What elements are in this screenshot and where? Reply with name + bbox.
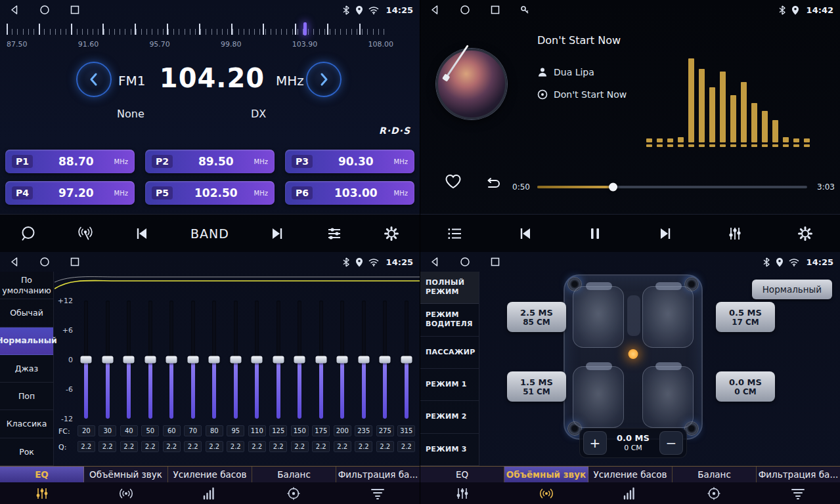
eq-sliders-icon[interactable]: [326, 225, 343, 242]
balance-tab-icon[interactable]: [252, 482, 336, 504]
eq-preset-normal[interactable]: Нормальный: [0, 327, 53, 355]
home-icon[interactable]: [460, 5, 470, 15]
tune-down-button[interactable]: [76, 62, 112, 97]
favorite-heart-icon[interactable]: [444, 173, 462, 193]
surround-tab-icon[interactable]: [504, 482, 588, 504]
delay-rear-right[interactable]: 0.0 MS 0 CM: [716, 371, 775, 402]
tab-eq[interactable]: EQ: [420, 467, 504, 482]
slider-handle[interactable]: [144, 356, 156, 364]
eq-band-slider[interactable]: [169, 301, 173, 419]
preset-button[interactable]: P1 88.70 MHz: [5, 150, 135, 173]
delay-front-right[interactable]: 0.5 MS 17 CM: [716, 302, 775, 332]
preset-button[interactable]: P4 97.20 MHz: [5, 181, 135, 205]
previous-track-icon[interactable]: [517, 225, 534, 242]
preset-button[interactable]: P2 89.50 MHz: [145, 150, 275, 173]
listener-position-dot[interactable]: [629, 349, 638, 359]
mode-2[interactable]: РЕЖИМ 2: [420, 401, 479, 433]
slider-handle[interactable]: [294, 356, 305, 364]
back-icon[interactable]: [430, 257, 440, 267]
slider-handle[interactable]: [315, 356, 326, 364]
preset-button[interactable]: P5 102.50 MHz: [145, 181, 275, 205]
broadcast-icon[interactable]: [77, 225, 94, 242]
eq-tab-icon[interactable]: [0, 482, 84, 504]
eq-preset-default[interactable]: По умолчанию: [0, 272, 53, 299]
mode-1[interactable]: РЕЖИМ 1: [420, 369, 479, 401]
preset-button[interactable]: P3 90.30 MHz: [285, 150, 414, 173]
home-icon[interactable]: [39, 257, 50, 267]
eq-preset-jazz[interactable]: Джаз: [0, 355, 53, 383]
slider-handle[interactable]: [102, 356, 113, 364]
eq-band-slider[interactable]: [298, 301, 301, 419]
mode-passenger[interactable]: ПАССАЖИР: [420, 337, 479, 369]
eq-band-slider[interactable]: [127, 301, 131, 419]
slider-handle[interactable]: [273, 356, 284, 364]
search-icon[interactable]: [20, 225, 37, 242]
filter-tab-icon[interactable]: [336, 482, 420, 504]
recents-icon[interactable]: [70, 5, 80, 15]
surround-preset-button[interactable]: Нормальный: [752, 280, 832, 299]
recents-icon[interactable]: [70, 257, 80, 267]
slider-handle[interactable]: [401, 356, 412, 364]
eq-band-slider[interactable]: [362, 301, 366, 419]
eq-band-slider[interactable]: [319, 301, 323, 419]
eq-tab-icon[interactable]: [420, 482, 504, 504]
settings-gear-icon[interactable]: [383, 225, 400, 242]
tune-up-button[interactable]: [306, 62, 342, 97]
eq-band-slider[interactable]: [191, 301, 195, 419]
slider-handle[interactable]: [337, 356, 348, 364]
filter-tab-icon[interactable]: [756, 482, 840, 504]
slider-handle[interactable]: [209, 356, 220, 364]
mode-3[interactable]: РЕЖИМ 3: [420, 434, 479, 466]
eq-band-slider[interactable]: [255, 301, 259, 419]
slider-handle[interactable]: [166, 356, 177, 364]
eq-band-slider[interactable]: [405, 301, 409, 419]
bass-boost-tab-icon[interactable]: [588, 482, 673, 504]
back-icon[interactable]: [430, 5, 440, 15]
balance-tab-icon[interactable]: [672, 482, 756, 504]
slider-handle[interactable]: [81, 356, 92, 364]
playlist-icon[interactable]: [447, 225, 464, 242]
eq-preset-classic[interactable]: Классика: [0, 410, 53, 438]
decrease-delay-button[interactable]: −: [659, 431, 683, 455]
tab-balance[interactable]: Баланс: [673, 467, 757, 482]
slider-handle[interactable]: [252, 356, 263, 364]
slider-handle[interactable]: [380, 356, 391, 364]
tab-balance[interactable]: Баланс: [252, 467, 336, 482]
eq-band-slider[interactable]: [234, 301, 238, 419]
back-icon[interactable]: [9, 5, 20, 15]
eq-band-slider[interactable]: [340, 301, 344, 419]
eq-band-slider[interactable]: [106, 301, 110, 419]
eq-band-slider[interactable]: [212, 301, 216, 419]
pause-icon[interactable]: [586, 225, 604, 242]
slider-handle[interactable]: [187, 356, 198, 364]
eq-band-slider[interactable]: [148, 301, 152, 419]
home-icon[interactable]: [39, 5, 50, 15]
slider-handle[interactable]: [358, 356, 369, 364]
tab-bass-boost[interactable]: Усиление басов: [168, 467, 252, 482]
tab-filter[interactable]: Фильтрация ба...: [336, 467, 420, 482]
eq-band-slider[interactable]: [383, 301, 387, 419]
recents-icon[interactable]: [490, 5, 500, 15]
next-track-icon[interactable]: [657, 225, 674, 242]
recents-icon[interactable]: [490, 257, 500, 267]
delay-rear-left[interactable]: 1.5 MS 51 CM: [507, 371, 566, 402]
slider-handle[interactable]: [123, 356, 135, 364]
home-icon[interactable]: [460, 257, 470, 267]
tab-filter[interactable]: Фильтрация ба...: [757, 467, 840, 482]
back-icon[interactable]: [9, 257, 20, 267]
bass-boost-tab-icon[interactable]: [168, 482, 252, 504]
preset-button[interactable]: P6 103.00 MHz: [285, 181, 414, 205]
progress-slider[interactable]: [537, 186, 807, 188]
mode-driver[interactable]: РЕЖИМ ВОДИТЕЛЯ: [420, 304, 479, 336]
band-button[interactable]: BAND: [190, 226, 229, 241]
eq-band-slider[interactable]: [84, 301, 88, 419]
tab-bass-boost[interactable]: Усиление басов: [588, 467, 673, 482]
tab-surround[interactable]: Объёмный звук: [504, 467, 588, 482]
slider-handle[interactable]: [230, 356, 241, 364]
delay-front-left[interactable]: 2.5 MS 85 CM: [507, 302, 566, 332]
eq-band-slider[interactable]: [276, 301, 280, 419]
eq-preset-custom[interactable]: Обычай: [0, 299, 53, 327]
progress-knob[interactable]: [609, 183, 617, 192]
tab-surround[interactable]: Объёмный звук: [84, 467, 168, 482]
next-station-icon[interactable]: [269, 225, 286, 242]
